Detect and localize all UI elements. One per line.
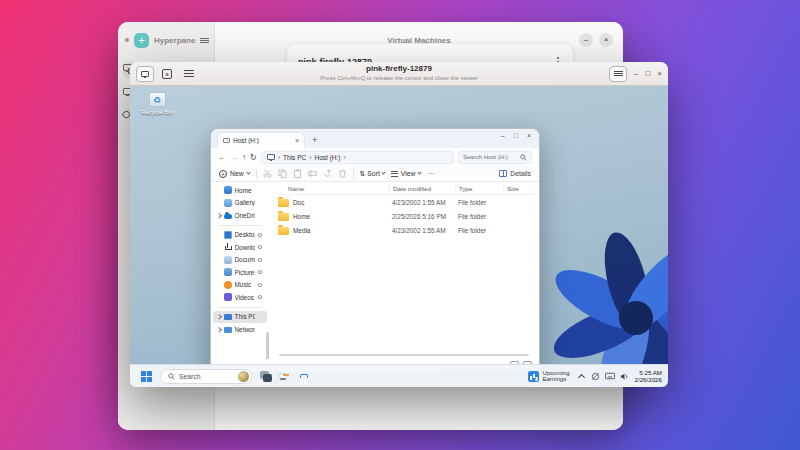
windows-bloom-wallpaper [518,214,668,387]
new-vm-button[interactable]: + [134,33,149,48]
minimize-button[interactable]: – [634,69,638,79]
maximize-button[interactable]: □ [514,132,518,139]
display-settings-button[interactable] [136,66,154,82]
folder-location-icon [224,243,232,251]
pin-icon [257,282,263,288]
hyperpane-sidebar-header: + Hyperpane [118,22,214,58]
hamburger-menu-button[interactable] [609,66,627,82]
horizontal-scrollbar[interactable] [279,354,529,356]
hamburger-menu-icon[interactable] [200,38,209,43]
column-header-date[interactable]: Date modified [389,184,455,193]
file-explorer-taskbar-button[interactable] [280,374,286,378]
sidebar-item[interactable]: Network [213,323,267,336]
window-state-dot-icon [125,38,129,42]
folder-location-icon [224,199,232,207]
explorer-address-bar: ← → ↑ ↻ › This PC › Host (H:) › Search H… [211,148,539,166]
no-internet-icon[interactable] [591,372,600,381]
start-button[interactable] [141,371,152,382]
hidden-icons-chevron[interactable] [578,373,585,380]
minimize-button[interactable]: – [579,33,593,47]
breadcrumb-separator: › [344,154,346,161]
pin-icon [257,232,263,238]
computer-icon [267,154,275,160]
new-button[interactable]: + New [219,170,250,178]
breadcrumb-host-h[interactable]: Host (H:) [315,154,341,161]
file-row[interactable]: Doc 4/23/2002 1:55 AM File folder [277,195,535,209]
close-button[interactable]: × [527,132,531,139]
back-button[interactable]: ← [218,153,226,162]
sidebar-item[interactable]: OneDrive [213,209,267,222]
delete-button[interactable] [338,169,347,178]
close-button[interactable]: × [599,33,613,47]
explorer-tab-bar: Host (H:) × + – □ × [211,129,539,148]
recycle-bin-desktop-icon[interactable]: ♻ Recycle Bin [138,92,176,115]
file-explorer-window: Host (H:) × + – □ × ← → ↑ ↻ [210,128,540,372]
breadcrumb-this-pc[interactable]: This PC [283,154,306,161]
explorer-search-box[interactable]: Search Host (H:) [458,151,532,164]
taskbar-search-box[interactable]: Search [160,369,252,384]
file-row[interactable]: Home 2/25/2026 5:16 PM File folder [277,209,535,223]
widgets-button[interactable]: Upcoming Earnings [525,368,572,385]
sidebar-item[interactable]: Downloads [213,241,267,254]
rename-icon [308,169,317,178]
volume-icon[interactable] [620,372,629,381]
taskbar-clock[interactable]: 5:25 AM 2/26/2026 [634,369,662,383]
breadcrumb[interactable]: › This PC › Host (H:) › [261,151,454,164]
file-type: File folder [455,199,503,206]
sidebar-item[interactable]: Home [213,184,267,197]
scissors-icon [263,169,272,178]
keyboard-button[interactable]: a [158,66,176,82]
folder-location-icon [224,314,232,320]
view-button[interactable]: View [391,170,422,177]
sort-icon: ⇅ [360,170,366,178]
file-date: 4/23/2002 1:55 AM [389,227,455,234]
paste-button[interactable] [293,169,302,178]
column-header-size[interactable]: Size [503,184,535,193]
usb-devices-button[interactable] [180,66,198,82]
sidebar-item[interactable]: Desktop [213,229,267,242]
sidebar-item[interactable]: Music [213,279,267,292]
hamburger-menu-icon [614,71,623,76]
breadcrumb-separator: › [309,154,311,161]
touch-keyboard-icon[interactable] [605,372,615,380]
explorer-file-list: Name Date modified Type Size Doc [269,182,539,359]
pin-icon [257,257,263,263]
task-view-button[interactable] [260,371,272,382]
sidebar-item[interactable]: This PC [213,311,267,324]
search-placeholder: Search [179,373,234,380]
microsoft-store-taskbar-button[interactable] [294,374,300,378]
chevron-down-icon [246,170,250,174]
widget-line2: Earnings [542,376,569,383]
details-toggle-button[interactable]: Details [499,170,531,177]
new-tab-button[interactable]: + [312,132,317,148]
chevron-down-icon [418,170,422,174]
sidebar-item[interactable]: Gallery [213,197,267,210]
column-header-name[interactable]: Name [277,184,389,193]
rename-button[interactable] [308,169,317,178]
keyboard-key-icon: a [162,69,172,79]
copy-button[interactable] [278,169,287,178]
explorer-sidebar: Home Gallery [211,182,269,359]
chevron-right-icon [216,213,221,218]
tab-host-h[interactable]: Host (H:) × [217,132,305,148]
maximize-button[interactable]: □ [645,69,650,79]
file-name: Media [293,227,310,234]
refresh-button[interactable]: ↻ [250,153,257,162]
share-button[interactable] [323,169,332,178]
tab-close-icon[interactable]: × [295,137,299,144]
file-row[interactable]: Media 4/23/2002 1:55 AM File folder [277,223,535,237]
forward-button[interactable]: → [230,153,238,162]
close-button[interactable]: × [657,69,662,79]
windows-taskbar: Search Upcoming Earnings [130,364,668,387]
minimize-button[interactable]: – [501,132,505,139]
cut-button[interactable] [263,169,272,178]
sort-button[interactable]: ⇅ Sort [360,170,385,178]
plus-icon: + [219,170,227,178]
sidebar-item[interactable]: Videos [213,291,267,304]
column-header-type[interactable]: Type [455,184,503,193]
more-options-button[interactable]: ⋯ [427,170,434,178]
up-button[interactable]: ↑ [242,153,246,162]
sidebar-item[interactable]: Documents [213,254,267,267]
folder-location-icon [224,281,232,289]
sidebar-item[interactable]: Pictures [213,266,267,279]
